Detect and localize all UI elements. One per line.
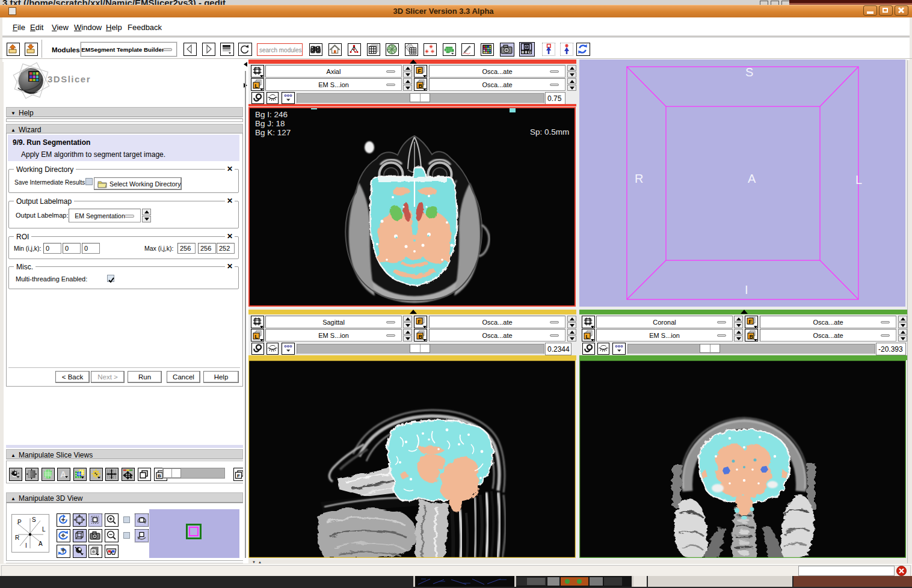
svg-text:Bg J: 18: Bg J: 18	[255, 119, 285, 128]
svg-text:I: I	[745, 283, 748, 296]
svg-text:L: L	[586, 334, 590, 340]
svg-text:Bg K: 127: Bg K: 127	[255, 128, 291, 137]
svg-text:S: S	[32, 516, 36, 523]
svg-text:F: F	[749, 319, 753, 325]
svg-text:R: R	[15, 534, 19, 541]
svg-text:S: S	[745, 66, 753, 79]
svg-text:Bg I: 246: Bg I: 246	[255, 110, 288, 119]
svg-text:F: F	[418, 68, 422, 74]
svg-text:R: R	[635, 172, 643, 185]
svg-text:A: A	[39, 541, 43, 547]
svg-text:B: B	[750, 334, 754, 340]
svg-text:A: A	[60, 470, 66, 479]
svg-text:L: L	[255, 334, 259, 340]
svg-text:I: I	[25, 542, 27, 549]
svg-text:B: B	[419, 334, 423, 340]
svg-text:P: P	[17, 519, 22, 525]
svg-text:B: B	[158, 473, 161, 479]
svg-text:F: F	[418, 319, 422, 325]
svg-text:L: L	[255, 83, 259, 89]
svg-text:F: F	[237, 473, 240, 479]
svg-text:B: B	[419, 83, 423, 89]
svg-text:Sp: 0.5mm: Sp: 0.5mm	[530, 127, 569, 136]
svg-text:L: L	[42, 526, 46, 533]
svg-text:A: A	[748, 172, 756, 185]
svg-text:L: L	[855, 173, 862, 186]
